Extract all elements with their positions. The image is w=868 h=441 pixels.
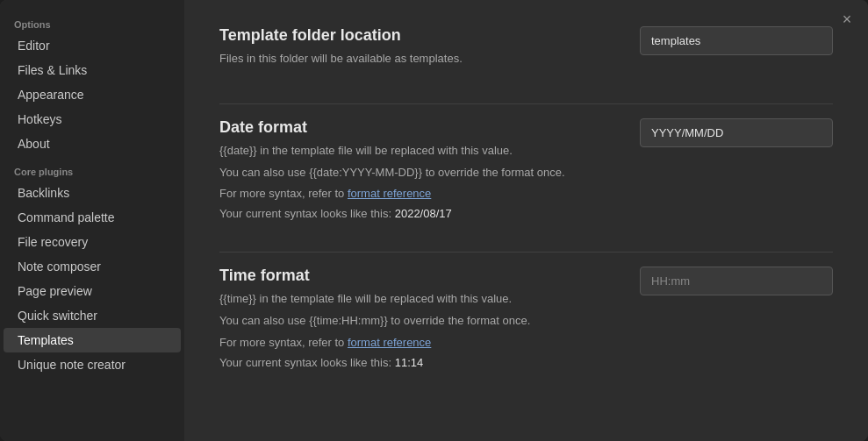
- template-folder-title: Template folder location: [219, 26, 622, 45]
- options-section-label: Options: [0, 9, 184, 33]
- date-format-desc3: For more syntax, refer to format referen…: [219, 185, 622, 203]
- date-format-current: Your current syntax looks like this: 202…: [219, 207, 622, 220]
- sidebar-item-file-recovery[interactable]: File recovery: [4, 230, 181, 254]
- date-format-reference-link[interactable]: format reference: [348, 187, 431, 200]
- sidebar-item-note-composer[interactable]: Note composer: [4, 254, 181, 279]
- time-format-desc2: You can also use {{time:HH:mm}} to overr…: [219, 312, 622, 331]
- template-folder-desc: Files in this folder will be available a…: [219, 50, 622, 68]
- sidebar-item-hotkeys[interactable]: Hotkeys: [4, 107, 181, 132]
- template-folder-group: Template folder location Files in this f…: [219, 26, 833, 72]
- modal: × Options Editor Files & Links Appearanc…: [0, 0, 868, 441]
- date-format-input[interactable]: [640, 118, 833, 147]
- time-format-input[interactable]: [640, 267, 833, 295]
- time-format-desc1: {{time}} in the template file will be re…: [219, 290, 622, 309]
- date-format-row: Date format {{date}} in the template fil…: [219, 118, 833, 220]
- time-format-control: [640, 267, 833, 295]
- time-format-group: Time format {{time}} in the template fil…: [219, 267, 833, 368]
- template-folder-info: Template folder location Files in this f…: [219, 26, 622, 72]
- time-format-title: Time format: [219, 267, 622, 285]
- template-folder-input[interactable]: [640, 26, 833, 55]
- time-format-desc3: For more syntax, refer to format referen…: [219, 334, 622, 352]
- modal-body: Options Editor Files & Links Appearance …: [0, 0, 868, 441]
- time-format-refer-text: For more syntax, refer to: [219, 336, 344, 349]
- sidebar-item-appearance[interactable]: Appearance: [4, 82, 181, 107]
- time-format-current-label: Your current syntax looks like this:: [219, 356, 391, 369]
- core-plugins-section-label: Core plugins: [0, 156, 184, 181]
- time-format-info: Time format {{time}} in the template fil…: [219, 267, 622, 368]
- sidebar-item-files-links[interactable]: Files & Links: [4, 58, 181, 82]
- time-format-row: Time format {{time}} in the template fil…: [219, 267, 833, 368]
- date-format-refer-text: For more syntax, refer to: [219, 187, 344, 200]
- date-format-control: [640, 118, 833, 147]
- sidebar-item-quick-switcher[interactable]: Quick switcher: [4, 303, 181, 328]
- close-button[interactable]: ×: [836, 9, 857, 30]
- template-folder-row: Template folder location Files in this f…: [219, 26, 833, 72]
- sidebar: Options Editor Files & Links Appearance …: [0, 0, 184, 441]
- date-format-title: Date format: [219, 118, 622, 137]
- time-format-reference-link[interactable]: format reference: [348, 336, 431, 349]
- time-format-current-value: 11:14: [395, 356, 424, 369]
- date-format-current-label: Your current syntax looks like this:: [219, 207, 391, 220]
- time-format-current: Your current syntax looks like this: 11:…: [219, 356, 622, 369]
- divider-1: [219, 103, 833, 104]
- date-format-group: Date format {{date}} in the template fil…: [219, 118, 833, 220]
- sidebar-item-command-palette[interactable]: Command palette: [4, 205, 181, 230]
- date-format-current-value: 2022/08/17: [395, 207, 452, 220]
- sidebar-item-unique-note-creator[interactable]: Unique note creator: [4, 352, 181, 377]
- sidebar-item-backlinks[interactable]: Backlinks: [4, 181, 181, 205]
- sidebar-item-editor[interactable]: Editor: [4, 33, 181, 58]
- date-format-desc2: You can also use {{date:YYYY-MM-DD}} to …: [219, 164, 622, 182]
- template-folder-control: [640, 26, 833, 55]
- sidebar-item-page-preview[interactable]: Page preview: [4, 279, 181, 303]
- divider-2: [219, 252, 833, 253]
- main-content: Template folder location Files in this f…: [184, 0, 868, 441]
- sidebar-item-about[interactable]: About: [4, 132, 181, 156]
- date-format-info: Date format {{date}} in the template fil…: [219, 118, 622, 220]
- sidebar-item-templates[interactable]: Templates: [4, 328, 181, 352]
- date-format-desc1: {{date}} in the template file will be re…: [219, 142, 622, 160]
